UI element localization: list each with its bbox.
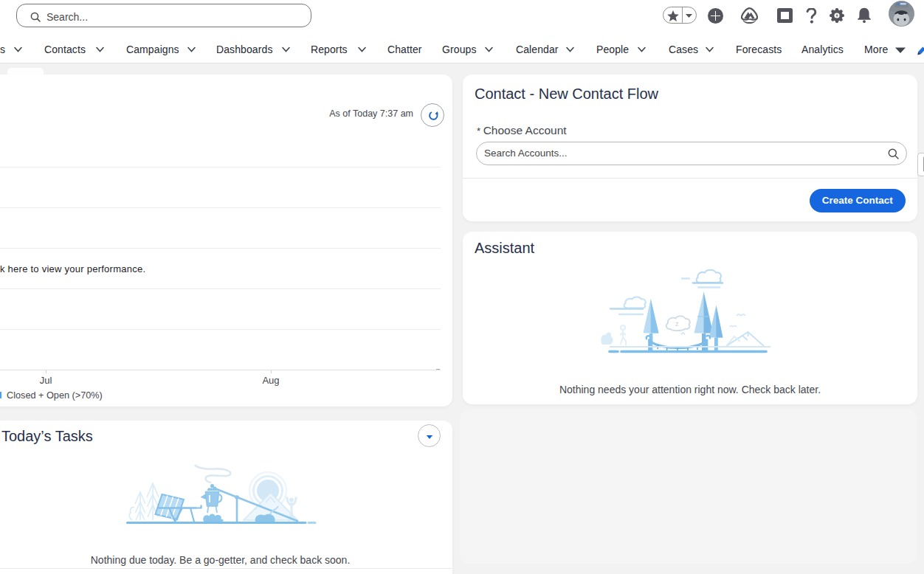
svg-text:z: z [675, 320, 679, 328]
